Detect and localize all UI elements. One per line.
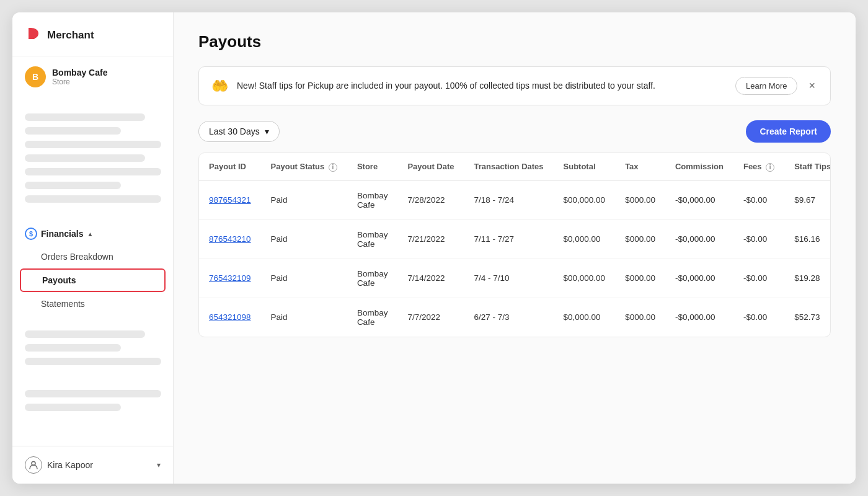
cell-payout-id: 654321098 bbox=[199, 298, 261, 337]
chevron-down-icon: ▾ bbox=[157, 461, 161, 469]
cell-staff-tips: $16.16 bbox=[784, 219, 831, 259]
cell-commission: -$0,000.00 bbox=[665, 298, 733, 337]
col-subtotal: Subtotal bbox=[554, 153, 616, 180]
cell-transaction-dates: 7/11 - 7/27 bbox=[464, 219, 554, 259]
nav-placeholder-6 bbox=[25, 182, 121, 189]
cell-commission: -$0,000.00 bbox=[665, 259, 733, 298]
nav-placeholder-11 bbox=[25, 390, 161, 397]
sidebar-item-orders-breakdown[interactable]: Orders Breakdown bbox=[12, 246, 173, 267]
svg-rect-0 bbox=[29, 37, 35, 39]
financials-header[interactable]: $ Financials ▲ bbox=[12, 221, 173, 246]
financials-label: Financials bbox=[41, 229, 83, 239]
cell-status: Paid bbox=[261, 180, 347, 219]
fees-info-icon[interactable]: i bbox=[766, 163, 774, 172]
financials-section: $ Financials ▲ Orders Breakdown Payouts … bbox=[12, 216, 173, 319]
cell-transaction-dates: 7/18 - 7/24 bbox=[464, 180, 554, 219]
store-name: Bombay Cafe bbox=[52, 68, 107, 78]
cell-subtotal: $0,000.00 bbox=[554, 298, 616, 337]
cell-payout-date: 7/14/2022 bbox=[397, 259, 464, 298]
payout-status-info-icon[interactable]: i bbox=[329, 163, 337, 172]
cell-tax: $000.00 bbox=[615, 259, 665, 298]
cell-payout-id: 765432109 bbox=[199, 259, 261, 298]
cell-transaction-dates: 6/27 - 7/3 bbox=[464, 298, 554, 337]
cell-fees: -$0.00 bbox=[733, 219, 784, 259]
cell-store: Bombay Cafe bbox=[347, 219, 398, 259]
user-info[interactable]: Kira Kapoor ▾ bbox=[25, 456, 161, 474]
payout-id-link[interactable]: 654321098 bbox=[209, 312, 251, 322]
table-row: 654321098 Paid Bombay Cafe 7/7/2022 6/27… bbox=[199, 298, 831, 337]
learn-more-button[interactable]: Learn More bbox=[735, 77, 797, 95]
cell-subtotal: $00,000.00 bbox=[554, 259, 616, 298]
sidebar-bottom: Kira Kapoor ▾ bbox=[12, 446, 173, 484]
cell-staff-tips: $9.67 bbox=[784, 180, 831, 219]
cell-store: Bombay Cafe bbox=[347, 180, 398, 219]
cell-fees: -$0.00 bbox=[733, 298, 784, 337]
payouts-table: Payout ID Payout Status i Store Payout D… bbox=[199, 153, 831, 337]
cell-payout-id: 876543210 bbox=[199, 219, 261, 259]
cell-status: Paid bbox=[261, 298, 347, 337]
nav-placeholder-3 bbox=[25, 141, 161, 148]
cell-tax: $000.00 bbox=[615, 219, 665, 259]
cell-commission: -$0,000.00 bbox=[665, 219, 733, 259]
cell-status: Paid bbox=[261, 219, 347, 259]
cell-store: Bombay Cafe bbox=[347, 298, 398, 337]
date-filter-button[interactable]: Last 30 Days ▾ bbox=[198, 121, 280, 142]
payout-id-link[interactable]: 987654321 bbox=[209, 195, 251, 205]
store-type: Store bbox=[52, 78, 107, 86]
banner-text: New! Staff tips for Pickup are included … bbox=[237, 79, 727, 92]
doordash-logo-icon bbox=[25, 25, 42, 46]
user-name: Kira Kapoor bbox=[47, 460, 152, 470]
banner: 🤲 New! Staff tips for Pickup are include… bbox=[198, 66, 831, 105]
cell-status: Paid bbox=[261, 259, 347, 298]
nav-placeholder-2 bbox=[25, 127, 121, 135]
payout-id-link[interactable]: 765432109 bbox=[209, 273, 251, 283]
col-payout-id: Payout ID bbox=[199, 153, 261, 180]
cell-fees: -$0.00 bbox=[733, 180, 784, 219]
cell-transaction-dates: 7/4 - 7/10 bbox=[464, 259, 554, 298]
sidebar-item-payouts[interactable]: Payouts bbox=[20, 268, 166, 292]
banner-close-button[interactable]: × bbox=[806, 77, 818, 95]
cell-commission: -$0,000.00 bbox=[665, 180, 733, 219]
store-info: B Bombay Cafe Store bbox=[12, 56, 173, 95]
cell-subtotal: $0,000.00 bbox=[554, 219, 616, 259]
payout-id-link[interactable]: 876543210 bbox=[209, 234, 251, 244]
nav-placeholder-12 bbox=[25, 404, 121, 411]
cell-payout-id: 987654321 bbox=[199, 180, 261, 219]
financials-icon: $ bbox=[25, 228, 37, 240]
cell-fees: -$0.00 bbox=[733, 259, 784, 298]
table-row: 876543210 Paid Bombay Cafe 7/21/2022 7/1… bbox=[199, 219, 831, 259]
col-commission: Commission bbox=[665, 153, 733, 180]
user-icon bbox=[25, 456, 42, 474]
filter-bar: Last 30 Days ▾ Create Report bbox=[198, 120, 831, 143]
tips-icon: 🤲 bbox=[211, 78, 228, 94]
date-filter-label: Last 30 Days bbox=[209, 126, 260, 136]
col-store: Store bbox=[347, 153, 398, 180]
table-row: 987654321 Paid Bombay Cafe 7/28/2022 7/1… bbox=[199, 180, 831, 219]
main-content: Payouts 🤲 New! Staff tips for Pickup are… bbox=[174, 12, 856, 484]
table-row: 765432109 Paid Bombay Cafe 7/14/2022 7/4… bbox=[199, 259, 831, 298]
page-title: Payouts bbox=[198, 32, 831, 51]
chevron-up-icon: ▲ bbox=[87, 231, 93, 237]
merchant-label: Merchant bbox=[47, 29, 94, 42]
col-tax: Tax bbox=[615, 153, 665, 180]
col-payout-date: Payout Date bbox=[397, 153, 464, 180]
cell-tax: $000.00 bbox=[615, 298, 665, 337]
sidebar-item-statements[interactable]: Statements bbox=[12, 293, 173, 314]
nav-placeholder-8 bbox=[25, 330, 145, 338]
cell-staff-tips: $19.28 bbox=[784, 259, 831, 298]
nav-section: $ Financials ▲ Orders Breakdown Payouts … bbox=[12, 95, 173, 446]
nav-placeholder-9 bbox=[25, 344, 121, 352]
col-staff-tips: Staff Tips bbox=[784, 153, 831, 180]
nav-placeholder-4 bbox=[25, 154, 145, 162]
cell-store: Bombay Cafe bbox=[347, 259, 398, 298]
nav-placeholder-10 bbox=[25, 358, 161, 365]
cell-staff-tips: $52.73 bbox=[784, 298, 831, 337]
sidebar-header: Merchant bbox=[12, 12, 173, 56]
sidebar: Merchant B Bombay Cafe Store bbox=[12, 12, 174, 484]
col-fees: Fees i bbox=[733, 153, 784, 180]
cell-payout-date: 7/7/2022 bbox=[397, 298, 464, 337]
create-report-button[interactable]: Create Report bbox=[746, 120, 831, 143]
cell-payout-date: 7/21/2022 bbox=[397, 219, 464, 259]
table-header-row: Payout ID Payout Status i Store Payout D… bbox=[199, 153, 831, 180]
nav-placeholder-7 bbox=[25, 195, 161, 203]
